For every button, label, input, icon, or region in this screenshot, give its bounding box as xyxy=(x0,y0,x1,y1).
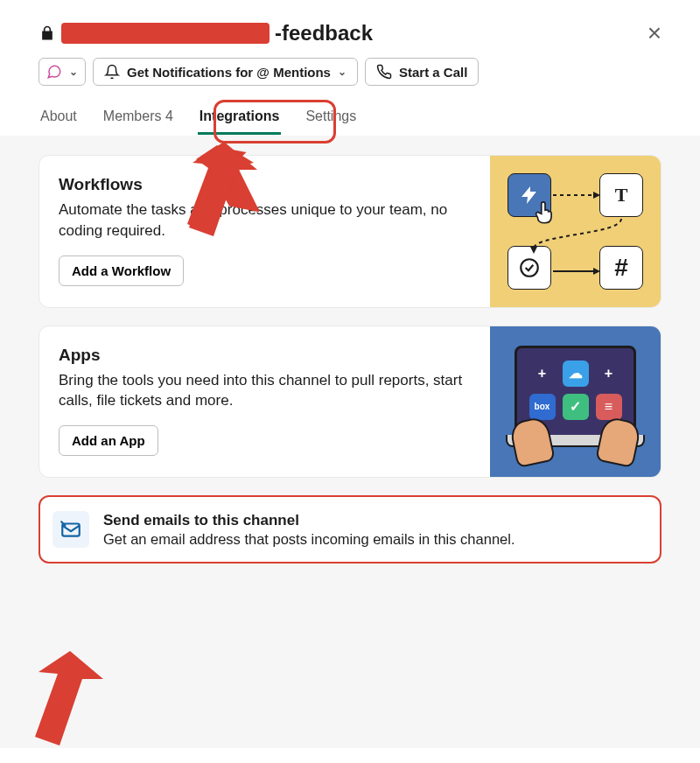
apps-card: Apps Bring the tools you need into this … xyxy=(38,326,662,479)
apps-body: Apps Bring the tools you need into this … xyxy=(39,326,490,478)
start-call-label: Start a Call xyxy=(399,65,467,80)
chevron-down-icon: ⌄ xyxy=(338,66,346,78)
redacted-channel-name xyxy=(61,23,270,44)
tab-about[interactable]: About xyxy=(38,98,79,135)
workflow-connectors xyxy=(490,156,661,307)
svg-marker-1 xyxy=(593,192,600,199)
add-app-button[interactable]: Add an App xyxy=(59,425,158,456)
workflows-card: Workflows Automate the tasks and process… xyxy=(38,155,662,308)
channel-title: -feedback xyxy=(38,21,373,46)
notifications-button[interactable]: Get Notifications for @ Mentions ⌄ xyxy=(93,58,358,86)
chat-link-icon xyxy=(46,64,62,80)
modal-header: -feedback × xyxy=(0,0,700,54)
workflows-body: Workflows Automate the tasks and process… xyxy=(39,156,490,307)
svg-marker-3 xyxy=(593,268,600,275)
email-text: Send emails to this channel Get an email… xyxy=(103,512,515,548)
email-icon xyxy=(60,518,82,541)
apps-illustration: + ☁ + box ✓ ≡ xyxy=(490,326,661,478)
send-emails-row[interactable]: Send emails to this channel Get an email… xyxy=(38,495,662,564)
tab-members[interactable]: Members 4 xyxy=(102,98,175,135)
lock-icon xyxy=(38,24,56,42)
chevron-down-icon: ⌄ xyxy=(69,66,78,78)
channel-options-button[interactable]: ⌄ xyxy=(38,58,86,86)
add-workflow-button[interactable]: Add a Workflow xyxy=(59,256,184,286)
start-call-button[interactable]: Start a Call xyxy=(365,58,479,86)
phone-icon xyxy=(376,64,392,80)
email-icon-box xyxy=(52,511,89,548)
bell-icon xyxy=(104,64,120,80)
action-buttons-row: ⌄ Get Notifications for @ Mentions ⌄ Sta… xyxy=(0,54,700,98)
workflows-desc: Automate the tasks and processes unique … xyxy=(59,200,471,242)
apps-desc: Bring the tools you need into this chann… xyxy=(59,370,471,412)
notifications-label: Get Notifications for @ Mentions xyxy=(127,65,331,80)
apps-title: Apps xyxy=(59,346,471,365)
cursor-hand-icon xyxy=(530,198,560,228)
channel-name-suffix: -feedback xyxy=(275,21,373,46)
email-title: Send emails to this channel xyxy=(103,512,515,529)
tab-integrations[interactable]: Integrations xyxy=(198,98,282,135)
email-desc: Get an email address that posts incoming… xyxy=(103,531,515,548)
close-icon[interactable]: × xyxy=(648,21,662,46)
tab-bar: About Members 4 Integrations Settings xyxy=(0,98,700,136)
svg-marker-2 xyxy=(530,247,537,254)
tab-settings[interactable]: Settings xyxy=(304,98,358,135)
content-area: Workflows Automate the tasks and process… xyxy=(0,136,700,748)
workflows-title: Workflows xyxy=(59,175,471,194)
workflows-illustration: T # xyxy=(490,156,661,307)
